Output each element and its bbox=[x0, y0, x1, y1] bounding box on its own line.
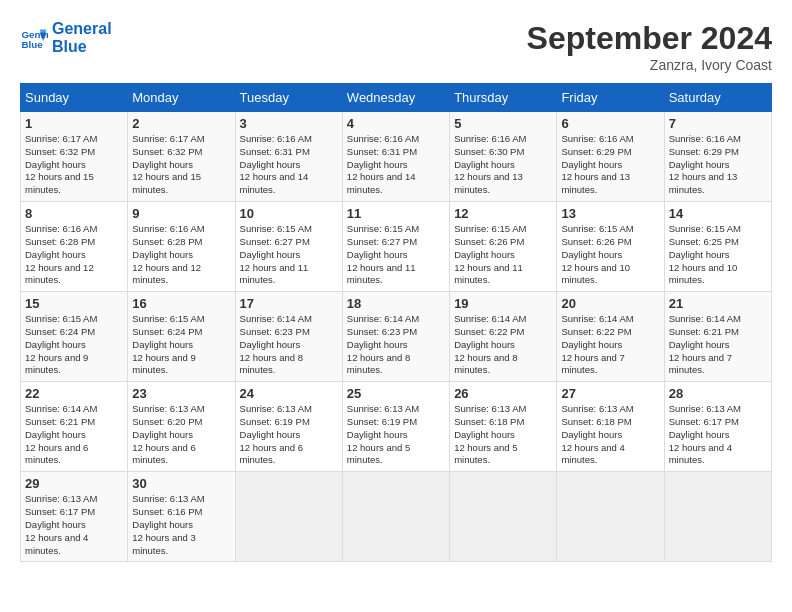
calendar-cell: 26 Sunrise: 6:13 AMSunset: 6:18 PMDaylig… bbox=[450, 382, 557, 472]
day-number: 21 bbox=[669, 296, 767, 311]
calendar-week-5: 29 Sunrise: 6:13 AMSunset: 6:17 PMDaylig… bbox=[21, 472, 772, 562]
day-number: 15 bbox=[25, 296, 123, 311]
calendar-cell: 13 Sunrise: 6:15 AMSunset: 6:26 PMDaylig… bbox=[557, 202, 664, 292]
calendar-cell: 2 Sunrise: 6:17 AMSunset: 6:32 PMDayligh… bbox=[128, 112, 235, 202]
calendar-cell: 7 Sunrise: 6:16 AMSunset: 6:29 PMDayligh… bbox=[664, 112, 771, 202]
day-info: Sunrise: 6:13 AMSunset: 6:20 PMDaylight … bbox=[132, 403, 230, 467]
weekday-header-row: SundayMondayTuesdayWednesdayThursdayFrid… bbox=[21, 84, 772, 112]
weekday-header-thursday: Thursday bbox=[450, 84, 557, 112]
weekday-header-sunday: Sunday bbox=[21, 84, 128, 112]
day-number: 23 bbox=[132, 386, 230, 401]
day-info: Sunrise: 6:16 AMSunset: 6:30 PMDaylight … bbox=[454, 133, 552, 197]
day-info: Sunrise: 6:13 AMSunset: 6:19 PMDaylight … bbox=[347, 403, 445, 467]
calendar-table: SundayMondayTuesdayWednesdayThursdayFrid… bbox=[20, 83, 772, 562]
day-info: Sunrise: 6:16 AMSunset: 6:31 PMDaylight … bbox=[347, 133, 445, 197]
day-number: 4 bbox=[347, 116, 445, 131]
weekday-header-wednesday: Wednesday bbox=[342, 84, 449, 112]
calendar-cell: 18 Sunrise: 6:14 AMSunset: 6:23 PMDaylig… bbox=[342, 292, 449, 382]
day-number: 2 bbox=[132, 116, 230, 131]
calendar-cell bbox=[450, 472, 557, 562]
calendar-cell: 19 Sunrise: 6:14 AMSunset: 6:22 PMDaylig… bbox=[450, 292, 557, 382]
calendar-cell: 12 Sunrise: 6:15 AMSunset: 6:26 PMDaylig… bbox=[450, 202, 557, 292]
day-info: Sunrise: 6:15 AMSunset: 6:24 PMDaylight … bbox=[25, 313, 123, 377]
day-number: 13 bbox=[561, 206, 659, 221]
day-number: 12 bbox=[454, 206, 552, 221]
day-number: 1 bbox=[25, 116, 123, 131]
day-number: 11 bbox=[347, 206, 445, 221]
calendar-cell: 17 Sunrise: 6:14 AMSunset: 6:23 PMDaylig… bbox=[235, 292, 342, 382]
calendar-cell: 6 Sunrise: 6:16 AMSunset: 6:29 PMDayligh… bbox=[557, 112, 664, 202]
calendar-cell: 3 Sunrise: 6:16 AMSunset: 6:31 PMDayligh… bbox=[235, 112, 342, 202]
day-number: 3 bbox=[240, 116, 338, 131]
day-number: 7 bbox=[669, 116, 767, 131]
calendar-cell bbox=[235, 472, 342, 562]
day-info: Sunrise: 6:14 AMSunset: 6:23 PMDaylight … bbox=[347, 313, 445, 377]
calendar-cell: 23 Sunrise: 6:13 AMSunset: 6:20 PMDaylig… bbox=[128, 382, 235, 472]
location: Zanzra, Ivory Coast bbox=[527, 57, 772, 73]
day-info: Sunrise: 6:15 AMSunset: 6:27 PMDaylight … bbox=[347, 223, 445, 287]
day-number: 25 bbox=[347, 386, 445, 401]
month-title: September 2024 bbox=[527, 20, 772, 57]
logo: General Blue General Blue bbox=[20, 20, 112, 55]
calendar-cell: 5 Sunrise: 6:16 AMSunset: 6:30 PMDayligh… bbox=[450, 112, 557, 202]
day-number: 30 bbox=[132, 476, 230, 491]
day-info: Sunrise: 6:15 AMSunset: 6:26 PMDaylight … bbox=[454, 223, 552, 287]
day-info: Sunrise: 6:13 AMSunset: 6:18 PMDaylight … bbox=[561, 403, 659, 467]
day-number: 18 bbox=[347, 296, 445, 311]
day-info: Sunrise: 6:13 AMSunset: 6:18 PMDaylight … bbox=[454, 403, 552, 467]
day-number: 9 bbox=[132, 206, 230, 221]
svg-text:Blue: Blue bbox=[21, 38, 43, 49]
day-number: 29 bbox=[25, 476, 123, 491]
calendar-cell: 15 Sunrise: 6:15 AMSunset: 6:24 PMDaylig… bbox=[21, 292, 128, 382]
day-info: Sunrise: 6:15 AMSunset: 6:25 PMDaylight … bbox=[669, 223, 767, 287]
calendar-cell: 24 Sunrise: 6:13 AMSunset: 6:19 PMDaylig… bbox=[235, 382, 342, 472]
day-info: Sunrise: 6:17 AMSunset: 6:32 PMDaylight … bbox=[25, 133, 123, 197]
calendar-cell: 28 Sunrise: 6:13 AMSunset: 6:17 PMDaylig… bbox=[664, 382, 771, 472]
day-info: Sunrise: 6:14 AMSunset: 6:22 PMDaylight … bbox=[454, 313, 552, 377]
day-number: 8 bbox=[25, 206, 123, 221]
weekday-header-monday: Monday bbox=[128, 84, 235, 112]
calendar-cell: 16 Sunrise: 6:15 AMSunset: 6:24 PMDaylig… bbox=[128, 292, 235, 382]
weekday-header-tuesday: Tuesday bbox=[235, 84, 342, 112]
day-number: 28 bbox=[669, 386, 767, 401]
day-number: 19 bbox=[454, 296, 552, 311]
day-info: Sunrise: 6:16 AMSunset: 6:29 PMDaylight … bbox=[561, 133, 659, 197]
day-number: 27 bbox=[561, 386, 659, 401]
calendar-cell: 22 Sunrise: 6:14 AMSunset: 6:21 PMDaylig… bbox=[21, 382, 128, 472]
day-info: Sunrise: 6:14 AMSunset: 6:21 PMDaylight … bbox=[25, 403, 123, 467]
day-info: Sunrise: 6:16 AMSunset: 6:28 PMDaylight … bbox=[25, 223, 123, 287]
calendar-cell: 25 Sunrise: 6:13 AMSunset: 6:19 PMDaylig… bbox=[342, 382, 449, 472]
day-info: Sunrise: 6:13 AMSunset: 6:17 PMDaylight … bbox=[25, 493, 123, 557]
calendar-cell: 20 Sunrise: 6:14 AMSunset: 6:22 PMDaylig… bbox=[557, 292, 664, 382]
calendar-cell bbox=[557, 472, 664, 562]
day-info: Sunrise: 6:16 AMSunset: 6:29 PMDaylight … bbox=[669, 133, 767, 197]
day-number: 5 bbox=[454, 116, 552, 131]
day-info: Sunrise: 6:14 AMSunset: 6:23 PMDaylight … bbox=[240, 313, 338, 377]
day-info: Sunrise: 6:15 AMSunset: 6:24 PMDaylight … bbox=[132, 313, 230, 377]
calendar-week-3: 15 Sunrise: 6:15 AMSunset: 6:24 PMDaylig… bbox=[21, 292, 772, 382]
weekday-header-saturday: Saturday bbox=[664, 84, 771, 112]
calendar-week-2: 8 Sunrise: 6:16 AMSunset: 6:28 PMDayligh… bbox=[21, 202, 772, 292]
day-number: 20 bbox=[561, 296, 659, 311]
calendar-cell: 4 Sunrise: 6:16 AMSunset: 6:31 PMDayligh… bbox=[342, 112, 449, 202]
day-number: 16 bbox=[132, 296, 230, 311]
title-section: September 2024 Zanzra, Ivory Coast bbox=[527, 20, 772, 73]
calendar-cell: 14 Sunrise: 6:15 AMSunset: 6:25 PMDaylig… bbox=[664, 202, 771, 292]
day-number: 17 bbox=[240, 296, 338, 311]
day-info: Sunrise: 6:14 AMSunset: 6:22 PMDaylight … bbox=[561, 313, 659, 377]
page-header: General Blue General Blue September 2024… bbox=[20, 20, 772, 73]
weekday-header-friday: Friday bbox=[557, 84, 664, 112]
day-info: Sunrise: 6:15 AMSunset: 6:26 PMDaylight … bbox=[561, 223, 659, 287]
calendar-cell: 8 Sunrise: 6:16 AMSunset: 6:28 PMDayligh… bbox=[21, 202, 128, 292]
day-info: Sunrise: 6:13 AMSunset: 6:19 PMDaylight … bbox=[240, 403, 338, 467]
day-info: Sunrise: 6:13 AMSunset: 6:17 PMDaylight … bbox=[669, 403, 767, 467]
day-number: 6 bbox=[561, 116, 659, 131]
calendar-week-4: 22 Sunrise: 6:14 AMSunset: 6:21 PMDaylig… bbox=[21, 382, 772, 472]
day-info: Sunrise: 6:17 AMSunset: 6:32 PMDaylight … bbox=[132, 133, 230, 197]
calendar-week-1: 1 Sunrise: 6:17 AMSunset: 6:32 PMDayligh… bbox=[21, 112, 772, 202]
calendar-cell: 10 Sunrise: 6:15 AMSunset: 6:27 PMDaylig… bbox=[235, 202, 342, 292]
calendar-cell: 9 Sunrise: 6:16 AMSunset: 6:28 PMDayligh… bbox=[128, 202, 235, 292]
day-number: 10 bbox=[240, 206, 338, 221]
day-number: 14 bbox=[669, 206, 767, 221]
calendar-cell bbox=[664, 472, 771, 562]
